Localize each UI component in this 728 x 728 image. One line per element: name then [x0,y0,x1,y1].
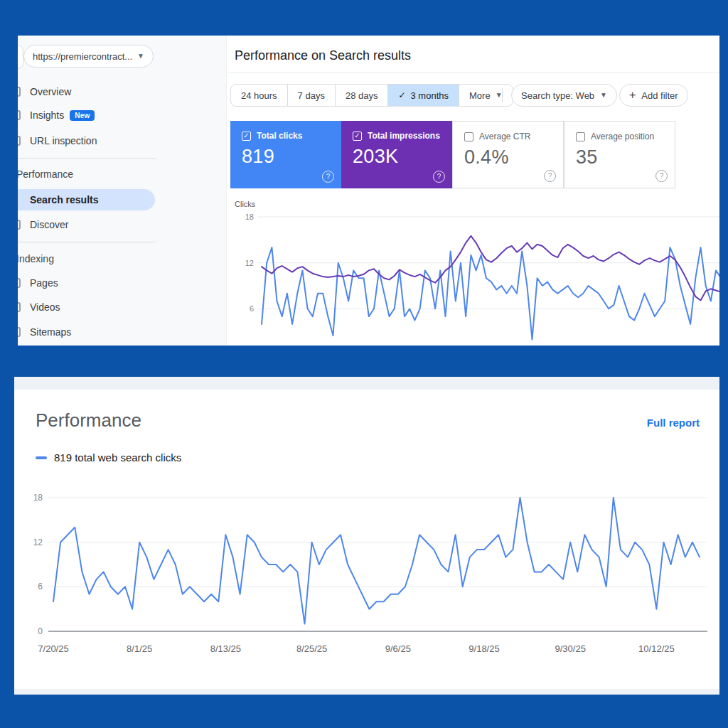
unchecked-checkbox[interactable] [464,132,473,141]
main-content: Performance on Search results 24 hours 7… [227,36,719,346]
sidebar-item-sitemaps[interactable]: Sitemaps [18,324,215,340]
search-type-button[interactable]: Search type: Web ▼ [511,84,617,107]
svg-text:0: 0 [38,626,43,636]
sidebar-item-label: Sitemaps [30,326,71,338]
full-report-link[interactable]: Full report [647,417,700,429]
y-axis-title: Clicks [235,200,255,208]
chart-legend: 819 total web search clicks [36,451,181,464]
average-ctr-card[interactable]: Average CTR 0.4% ? [452,121,564,188]
sidebar-section-indexing: Indexing [18,251,187,267]
sidebar-divider [18,158,156,159]
sidebar-divider [18,242,156,242]
filter-divider [502,88,503,102]
help-icon[interactable]: ? [655,170,668,182]
legend-label: 819 total web search clicks [54,451,181,464]
svg-text:10/12/25: 10/12/25 [638,643,675,654]
discover-icon [18,220,21,230]
insights-icon [18,110,21,120]
chevron-down-icon: ▼ [137,53,144,60]
card-value: 819 [242,146,341,168]
date-range-segmented-control: 24 hours 7 days 28 days ✓ 3 months More … [230,84,513,107]
pages-icon [18,278,21,288]
range-28-days-button[interactable]: 28 days [335,85,388,106]
sidebar-item-label: Search results [30,194,99,205]
sidebar-item-insights[interactable]: Insights New [18,107,215,123]
range-7-days-button[interactable]: 7 days [287,85,335,106]
sidebar-item-label: Pages [30,277,58,289]
svg-text:18: 18 [33,493,43,503]
page-title: Performance on Search results [235,48,411,63]
average-position-card[interactable]: Average position 35 ? [564,121,675,188]
card-label: Average position [591,132,654,141]
sidebar-item-label: Overview [30,86,71,97]
total-clicks-card[interactable]: ✓ Total clicks 819 ? [230,121,341,188]
section-title: Performance [36,410,141,432]
add-filter-label: Add filter [641,90,678,101]
range-label: 28 days [346,90,378,101]
more-label: More [469,90,491,101]
help-icon[interactable]: ? [544,170,556,182]
range-label: 3 months [411,90,449,101]
sidebar-item-overview[interactable]: Overview [18,84,215,100]
add-filter-button[interactable]: + Add filter [619,84,688,107]
card-value: 0.4% [464,146,563,168]
sidebar-item-search-results[interactable]: Search results [18,189,155,210]
screenshot-collage: { "colors": { "frame_bg": "#0a53a8", "cl… [0,0,728,728]
window-edge-strip [14,377,719,390]
range-label: 24 hours [241,90,277,101]
range-label: 7 days [298,90,325,101]
search-type-label: Search type: Web [521,90,594,101]
search-console-window: https://premiercontract... ▼ Overview In… [18,36,719,346]
sidebar-section-performance: Performance [18,166,187,182]
clipped-search-box-fragment [18,45,23,69]
sidebar-item-pages[interactable]: Pages [18,275,215,291]
plus-icon: + [629,90,636,101]
sidebar: https://premiercontract... ▼ Overview In… [18,36,227,346]
sidebar-item-videos[interactable]: Videos [18,299,215,315]
svg-text:12: 12 [33,537,43,547]
overview-icon [18,87,21,97]
svg-text:8/25/25: 8/25/25 [296,643,327,654]
header-divider [228,73,719,73]
chevron-down-icon: ▼ [600,92,607,99]
checked-checkbox[interactable]: ✓ [242,132,251,141]
card-label: Total impressions [368,131,440,141]
legend-line-icon [36,456,47,459]
svg-text:7/20/25: 7/20/25 [38,643,68,654]
svg-text:8/1/25: 8/1/25 [127,643,152,654]
checked-checkbox[interactable]: ✓ [353,132,362,141]
performance-summary-window: Performance Full report 819 total web se… [14,377,719,695]
sidebar-item-label: Discover [30,219,68,230]
svg-text:9/18/25: 9/18/25 [469,643,499,654]
svg-text:9/6/25: 9/6/25 [385,643,411,654]
check-icon: ✓ [398,90,405,100]
card-value: 35 [576,146,675,168]
help-icon[interactable]: ? [322,171,334,183]
window-edge-strip [14,689,719,695]
sidebar-item-discover[interactable]: Discover [18,217,215,232]
sidebar-item-label: URL inspection [30,135,97,146]
svg-text:9/30/25: 9/30/25 [555,643,586,654]
total-impressions-card[interactable]: ✓ Total impressions 203K ? [341,121,452,188]
videos-icon [18,302,21,312]
card-label: Average CTR [479,132,530,141]
range-24-hours-button[interactable]: 24 hours [231,85,287,106]
range-3-months-button[interactable]: ✓ 3 months [387,85,459,106]
sidebar-item-url-inspection[interactable]: URL inspection [18,133,215,149]
svg-text:6: 6 [38,582,43,592]
sidebar-item-label: Insights [30,109,64,121]
sitemaps-icon [18,327,21,337]
more-ranges-button[interactable]: More ▼ [459,85,513,106]
sidebar-item-label: Videos [30,301,60,313]
card-value: 203K [353,146,452,168]
help-icon[interactable]: ? [433,171,445,183]
new-badge: New [70,110,95,121]
url-inspection-icon [18,136,21,146]
property-selector[interactable]: https://premiercontract... ▼ [23,45,154,68]
card-label: Total clicks [257,131,302,141]
property-selector-label: https://premiercontract... [33,51,132,62]
svg-text:8/13/25: 8/13/25 [210,643,241,654]
unchecked-checkbox[interactable] [576,132,585,141]
